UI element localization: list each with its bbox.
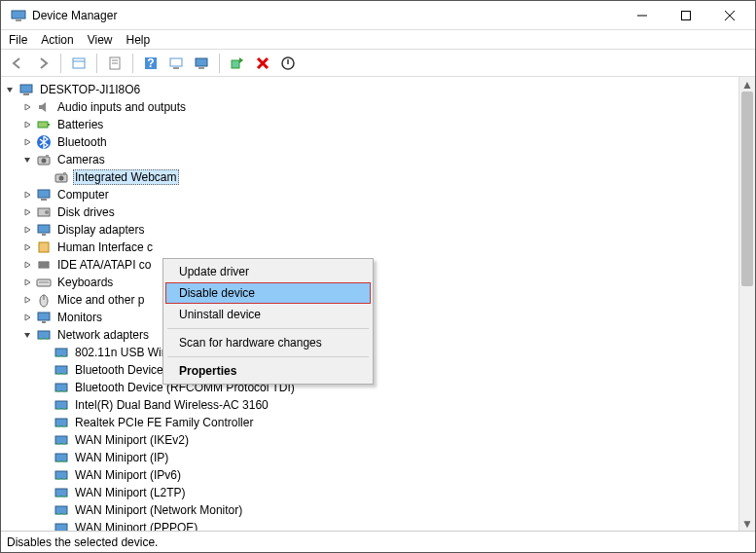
network-icon — [54, 520, 69, 531]
svg-point-78 — [63, 513, 65, 515]
tree-device[interactable]: WAN Miniport (PPPOE) — [1, 519, 738, 531]
tree-category[interactable]: Cameras — [1, 151, 738, 168]
monitor-button[interactable] — [191, 53, 212, 74]
svg-point-65 — [57, 443, 59, 445]
tree-item-label: Batteries — [55, 118, 105, 131]
expand-toggle-icon[interactable] — [22, 120, 36, 129]
tree-device[interactable]: WAN Miniport (Network Monitor) — [1, 501, 738, 519]
svg-rect-46 — [38, 331, 50, 339]
tree-category[interactable]: Human Interface c — [1, 239, 738, 256]
expand-toggle-icon[interactable] — [5, 85, 18, 94]
uninstall-button[interactable] — [252, 53, 273, 74]
svg-point-66 — [63, 443, 65, 445]
expand-toggle-icon[interactable] — [22, 277, 36, 287]
expand-toggle-icon[interactable] — [22, 295, 36, 305]
tree-device[interactable]: Integrated Webcam — [1, 168, 738, 186]
forward-button[interactable] — [32, 53, 54, 74]
tree-item-label: Keyboards — [55, 276, 115, 289]
tree-category[interactable]: Display adapters — [1, 221, 738, 239]
display-icon — [36, 222, 52, 238]
svg-rect-0 — [12, 11, 25, 18]
update-driver-button[interactable] — [165, 53, 187, 74]
tree-category[interactable]: Bluetooth — [1, 133, 738, 151]
context-menu-item[interactable]: Properties — [165, 360, 371, 382]
tree-device[interactable]: Realtek PCIe FE Family Controller — [1, 414, 738, 431]
svg-rect-36 — [39, 242, 49, 252]
expand-toggle-icon[interactable] — [22, 137, 36, 147]
tree-item-label: Intel(R) Dual Band Wireless-AC 3160 — [73, 398, 270, 412]
audio-icon — [36, 99, 52, 115]
expand-toggle-icon[interactable] — [22, 190, 36, 200]
tree-category[interactable]: Computer — [1, 186, 738, 203]
computer-root-icon — [18, 82, 34, 97]
network-icon — [54, 380, 69, 395]
svg-rect-21 — [38, 122, 48, 128]
properties-button[interactable] — [104, 53, 126, 74]
keyboard-icon — [36, 275, 52, 290]
tree-item-label: WAN Miniport (IPv6) — [73, 468, 183, 482]
tree-item-label: Monitors — [55, 311, 104, 324]
svg-point-47 — [40, 338, 42, 340]
expand-toggle-icon[interactable] — [22, 260, 36, 270]
menu-action[interactable]: Action — [41, 32, 73, 47]
vertical-scrollbar[interactable]: ▲ ▼ — [738, 77, 755, 531]
network-icon — [54, 415, 69, 430]
maximize-button[interactable] — [664, 1, 707, 29]
enable-button[interactable] — [277, 53, 299, 74]
context-menu-separator — [167, 356, 369, 357]
tree-category[interactable]: Disk drives — [1, 203, 738, 221]
scroll-down-arrow[interactable]: ▼ — [739, 516, 755, 531]
svg-text:?: ? — [147, 56, 154, 70]
svg-rect-44 — [38, 313, 50, 320]
tree-item-label: Network adapters — [55, 328, 151, 342]
svg-point-74 — [57, 496, 59, 498]
scroll-up-arrow[interactable]: ▲ — [739, 77, 755, 92]
svg-point-54 — [63, 373, 65, 375]
expand-toggle-icon[interactable] — [22, 102, 36, 112]
svg-point-50 — [57, 355, 59, 357]
context-menu-item[interactable]: Scan for hardware changes — [165, 332, 371, 353]
bluetooth-icon — [36, 134, 52, 150]
back-button[interactable] — [7, 53, 28, 74]
svg-rect-15 — [196, 58, 207, 66]
svg-rect-55 — [55, 384, 67, 391]
svg-rect-17 — [232, 60, 239, 68]
tree-device[interactable]: WAN Miniport (IKEv2) — [1, 431, 738, 449]
expand-toggle-icon[interactable] — [22, 207, 36, 217]
expand-toggle-icon[interactable] — [22, 242, 36, 252]
svg-point-60 — [63, 408, 65, 410]
tree-item-label: IDE ATA/ATAPI co — [55, 258, 153, 272]
tree-category[interactable]: Audio inputs and outputs — [1, 98, 738, 116]
tree-device[interactable]: WAN Miniport (IP) — [1, 449, 738, 466]
scroll-thumb[interactable] — [741, 92, 753, 286]
context-menu-item[interactable]: Disable device — [165, 282, 371, 304]
network-icon — [54, 502, 69, 518]
menu-view[interactable]: View — [88, 32, 113, 47]
svg-rect-13 — [170, 58, 182, 66]
menu-file[interactable]: File — [9, 32, 27, 47]
svg-rect-70 — [55, 471, 67, 479]
tree-device[interactable]: WAN Miniport (IPv6) — [1, 466, 738, 484]
context-menu-item[interactable]: Update driver — [165, 261, 371, 282]
tree-device[interactable]: Intel(R) Dual Band Wireless-AC 3160 — [1, 396, 738, 414]
close-button[interactable] — [707, 1, 751, 29]
tree-item-label: Computer — [55, 188, 111, 202]
expand-toggle-icon[interactable] — [22, 155, 36, 165]
tree-device[interactable]: WAN Miniport (L2TP) — [1, 484, 738, 501]
svg-rect-3 — [681, 11, 690, 19]
menu-help[interactable]: Help — [126, 32, 151, 47]
devmgr-icon — [11, 8, 26, 23]
tree-item-label: DESKTOP-JI1I8O6 — [38, 83, 142, 96]
svg-rect-45 — [42, 321, 46, 323]
minimize-button[interactable] — [620, 1, 664, 29]
tree-item-label: Audio inputs and outputs — [55, 100, 188, 114]
tree-root[interactable]: DESKTOP-JI1I8O6 — [1, 81, 738, 98]
show-hidden-button[interactable] — [68, 53, 90, 74]
expand-toggle-icon[interactable] — [22, 330, 36, 340]
context-menu-item[interactable]: Uninstall device — [165, 304, 371, 325]
expand-toggle-icon[interactable] — [22, 225, 36, 235]
help-button[interactable]: ? — [140, 53, 162, 74]
tree-category[interactable]: Batteries — [1, 116, 738, 133]
expand-toggle-icon[interactable] — [22, 313, 36, 322]
scan-hardware-button[interactable] — [227, 53, 248, 74]
